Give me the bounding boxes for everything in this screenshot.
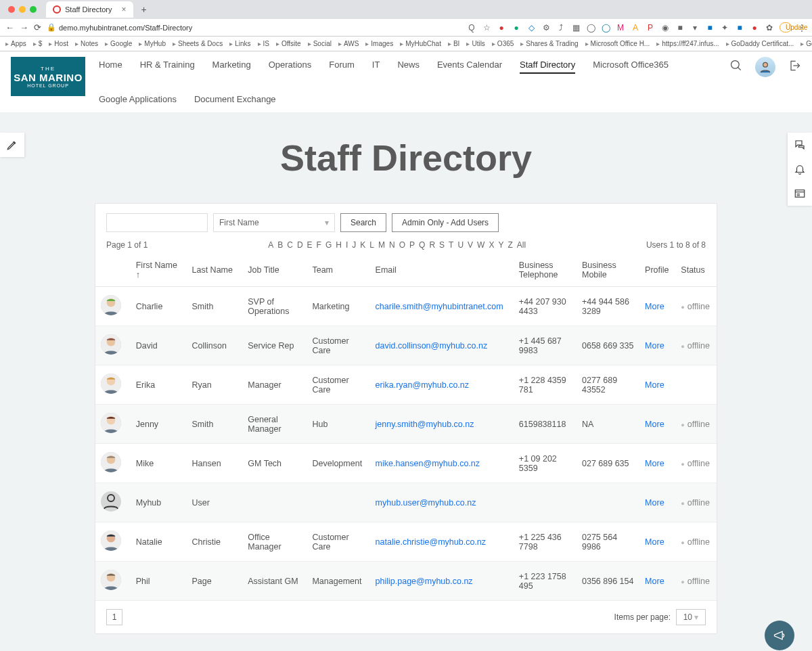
- alpha-letter[interactable]: X: [489, 240, 494, 250]
- cell-email[interactable]: mike.hansen@myhub.co.nz: [370, 444, 514, 483]
- profile-link[interactable]: More: [639, 287, 675, 326]
- announce-fab[interactable]: [765, 621, 794, 650]
- column-header[interactable]: Status: [675, 254, 717, 287]
- bookmark-item[interactable]: ▸Notes: [75, 40, 98, 47]
- bookmark-item[interactable]: ▸Host: [49, 40, 68, 47]
- search-icon[interactable]: [729, 59, 743, 75]
- cell-email[interactable]: myhub.user@myhub.co.nz: [370, 483, 514, 522]
- alpha-letter[interactable]: L: [369, 240, 374, 250]
- nav-item[interactable]: Staff Directory: [520, 57, 575, 74]
- cell-email[interactable]: erika.ryan@myhub.co.nz: [370, 365, 514, 405]
- close-tab-icon[interactable]: ×: [122, 5, 127, 14]
- nav-item[interactable]: Forum: [329, 57, 355, 74]
- bookmark-item[interactable]: ▸Shares & Trading: [520, 40, 578, 47]
- profile-link[interactable]: More: [639, 522, 675, 562]
- bookmark-item[interactable]: ▸Utils: [466, 40, 484, 47]
- bookmark-item[interactable]: ▸Links: [229, 40, 250, 47]
- bookmark-item[interactable]: ▸MyHubChat: [400, 40, 441, 47]
- extension-icons[interactable]: Q☆●●◇⚙⤴▦◯◯MAP◉■▾■✦■●✿ Update ⋮: [467, 22, 807, 32]
- alpha-letter[interactable]: V: [468, 240, 473, 250]
- admin-add-users-button[interactable]: Admin Only - Add Users: [392, 213, 499, 232]
- alpha-letter[interactable]: I: [346, 240, 348, 250]
- bookmark-item[interactable]: ▸Images: [365, 40, 393, 47]
- column-header[interactable]: Email: [370, 254, 514, 287]
- nav-item[interactable]: HR & Training: [140, 57, 195, 74]
- page-number[interactable]: 1: [106, 609, 122, 625]
- bookmark-item[interactable]: ▸GoDaddy Purchas...: [800, 40, 812, 47]
- forward-button[interactable]: →: [20, 22, 28, 32]
- bookmark-item[interactable]: ▸BI: [448, 40, 459, 47]
- alpha-letter[interactable]: O: [399, 240, 405, 250]
- bookmark-item[interactable]: ▸Apps: [5, 40, 26, 47]
- nav-item[interactable]: Document Exchange: [194, 91, 276, 107]
- column-header[interactable]: Business Mobile: [577, 254, 639, 287]
- nav-item[interactable]: Marketing: [212, 57, 251, 74]
- bookmark-item[interactable]: ▸AWS: [338, 40, 359, 47]
- update-button[interactable]: Update: [780, 22, 792, 32]
- alpha-letter[interactable]: J: [352, 240, 356, 250]
- bell-icon[interactable]: [788, 157, 812, 181]
- new-tab-button[interactable]: +: [141, 4, 147, 15]
- nav-item[interactable]: News: [397, 57, 420, 74]
- alpha-letter[interactable]: All: [517, 240, 526, 250]
- nav-item[interactable]: Microsoft Office365: [593, 57, 669, 74]
- nav-item[interactable]: IT: [372, 57, 380, 74]
- alpha-letter[interactable]: Z: [508, 240, 512, 250]
- bookmarks-bar[interactable]: ▸Apps▸$▸Host▸Notes▸Google▸MyHub▸Sheets &…: [0, 37, 812, 51]
- bookmark-item[interactable]: ▸$: [33, 40, 43, 47]
- bookmark-item[interactable]: ▸Sheets & Docs: [173, 40, 223, 47]
- profile-link[interactable]: More: [639, 326, 675, 365]
- window-controls[interactable]: [5, 6, 37, 13]
- alpha-letter[interactable]: S: [439, 240, 445, 250]
- column-header[interactable]: Business Telephone: [514, 254, 577, 287]
- bookmark-item[interactable]: ▸O365: [492, 40, 514, 47]
- logout-icon[interactable]: [788, 59, 801, 75]
- alpha-letter[interactable]: P: [409, 240, 415, 250]
- search-button[interactable]: Search: [340, 213, 386, 232]
- menu-icon[interactable]: ⋮: [797, 23, 807, 32]
- cell-email[interactable]: natalie.christie@myhub.co.nz: [370, 522, 514, 562]
- profile-link[interactable]: More: [639, 562, 675, 601]
- ipp-select[interactable]: 10 ▾: [676, 609, 706, 625]
- nav-item[interactable]: Events Calendar: [437, 57, 502, 74]
- alpha-letter[interactable]: R: [429, 240, 435, 250]
- column-header[interactable]: Last Name: [187, 254, 243, 287]
- nav-item[interactable]: Google Applications: [99, 91, 177, 107]
- profile-link[interactable]: More: [639, 365, 675, 405]
- profile-link[interactable]: More: [639, 483, 675, 522]
- cell-email[interactable]: philip.page@myhub.co.nz: [370, 562, 514, 601]
- alpha-letter[interactable]: U: [457, 240, 464, 250]
- bookmark-item[interactable]: ▸Microsoft Office H...: [585, 40, 650, 47]
- bookmark-item[interactable]: ▸Social: [308, 40, 332, 47]
- alpha-letter[interactable]: K: [360, 240, 365, 250]
- column-header[interactable]: Profile: [639, 254, 675, 287]
- alpha-letter[interactable]: W: [477, 240, 484, 250]
- column-header[interactable]: First Name: [131, 254, 187, 287]
- edit-tool[interactable]: [0, 133, 24, 157]
- alpha-letter[interactable]: E: [307, 240, 313, 250]
- alpha-letter[interactable]: A: [268, 240, 273, 250]
- column-header[interactable]: [95, 254, 131, 287]
- bookmark-item[interactable]: ▸Offsite: [276, 40, 301, 47]
- alpha-letter[interactable]: Q: [419, 240, 425, 250]
- column-header[interactable]: Team: [307, 254, 369, 287]
- nav-item[interactable]: Operations: [269, 57, 312, 74]
- cell-email[interactable]: jenny.smith@myhub.co.nz: [370, 405, 514, 444]
- logo[interactable]: THE SAN MARINO HOTEL GROUP: [11, 57, 85, 96]
- nav-item[interactable]: Home: [99, 57, 122, 74]
- user-avatar[interactable]: [755, 57, 775, 77]
- profile-link[interactable]: More: [639, 444, 675, 483]
- address-bar[interactable]: 🔒 demo.myhubintranet.com/Staff-Directory: [47, 23, 461, 32]
- alpha-letter[interactable]: Y: [498, 240, 503, 250]
- bookmark-item[interactable]: ▸IS: [258, 40, 269, 47]
- bookmark-item[interactable]: ▸Google: [105, 40, 132, 47]
- cell-email[interactable]: david.collinson@myhub.co.nz: [370, 326, 514, 365]
- profile-link[interactable]: More: [639, 405, 675, 444]
- alpha-letter[interactable]: G: [325, 240, 332, 250]
- alpha-letter[interactable]: B: [277, 240, 283, 250]
- bookmark-item[interactable]: ▸GoDaddy Certificat...: [726, 40, 794, 47]
- alpha-letter[interactable]: F: [317, 240, 321, 250]
- alpha-letter[interactable]: N: [389, 240, 395, 250]
- search-input[interactable]: [106, 213, 208, 232]
- alpha-letter[interactable]: C: [287, 240, 293, 250]
